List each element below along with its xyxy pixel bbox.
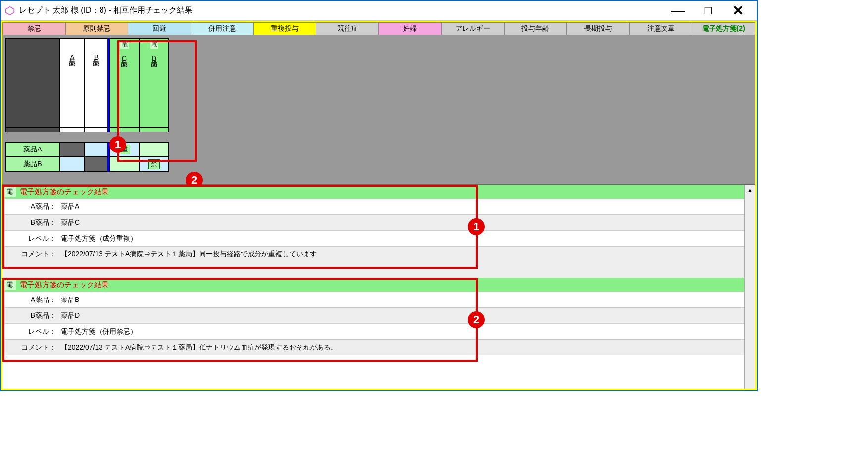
- tab-7[interactable]: アレルギー: [441, 22, 504, 35]
- matrix-cell-ad: [139, 142, 169, 157]
- callout-detail: 1: [468, 218, 485, 235]
- maximize-button[interactable]: ☐: [693, 2, 723, 20]
- result-row: コメント：【2022/07/13 テストA病院⇒テスト１薬局】同一投与経路で成分…: [2, 246, 744, 262]
- row-head-b[interactable]: 薬品B: [5, 157, 60, 172]
- result-row: A薬品：薬品A: [2, 199, 744, 214]
- row-label: コメント：: [6, 343, 61, 352]
- callout-1: 1: [109, 136, 126, 153]
- tabs-bar: 禁忌原則禁忌回避併用注意重複投与既往症妊婦アレルギー投与年齢長期投与注意文章電子…: [2, 22, 755, 35]
- matrix-cell-bc: [109, 157, 139, 172]
- tab-4[interactable]: 重複投与: [253, 22, 316, 35]
- row-label: B薬品：: [6, 311, 61, 320]
- den-tag: 電: [120, 40, 129, 49]
- matrix-cell-aa: [60, 142, 85, 157]
- tab-10[interactable]: 注意文章: [629, 22, 692, 35]
- row-label: コメント：: [6, 250, 61, 259]
- col-head-b-label: 薬品B: [92, 53, 101, 61]
- result-block-1: 電電子処方箋のチェック結果A薬品：薬品BB薬品：薬品Dレベル：電子処方箋（併用禁…: [2, 278, 744, 355]
- row-head-a[interactable]: 薬品A: [5, 142, 60, 157]
- result-title: 電子処方箋のチェック結果: [20, 187, 109, 197]
- matrix-cell-bd[interactable]: 禁: [139, 157, 169, 172]
- window-controls: — ☐ ✕: [664, 2, 753, 20]
- result-row: コメント：【2022/07/13 テストA病院⇒テスト１薬局】低ナトリウム血症が…: [2, 339, 744, 355]
- row-label: A薬品：: [6, 296, 61, 304]
- result-header: 電電子処方箋のチェック結果: [2, 185, 744, 199]
- col-head-c-label: 薬品C: [120, 54, 129, 62]
- tab-0[interactable]: 禁忌: [2, 22, 65, 35]
- col-head-b[interactable]: 薬品B: [85, 38, 109, 127]
- row-value: 薬品D: [61, 311, 80, 320]
- matrix-cell: [139, 127, 169, 132]
- contra-tag: 禁: [148, 159, 160, 169]
- details-list: 電電子処方箋のチェック結果A薬品：薬品AB薬品：薬品Cレベル：電子処方箋（成分重…: [2, 185, 744, 389]
- row-label: B薬品：: [6, 218, 61, 227]
- matrix-corner: [5, 38, 60, 127]
- row-value: 薬品A: [61, 202, 79, 211]
- row-head-b-label: 薬品B: [23, 160, 42, 169]
- matrix-cell: [5, 127, 60, 132]
- row-label: レベル：: [6, 234, 61, 243]
- interaction-matrix: 薬品A 薬品B 電 薬品C 電 薬品D: [5, 38, 169, 172]
- row-head-a-label: 薬品A: [23, 145, 42, 154]
- tab-6[interactable]: 妊婦: [378, 22, 441, 35]
- tab-1[interactable]: 原則禁忌: [65, 22, 128, 35]
- result-row: A薬品：薬品B: [2, 292, 744, 307]
- vertical-scrollbar[interactable]: ▲: [744, 185, 755, 389]
- scroll-up-icon[interactable]: ▲: [747, 187, 753, 194]
- interaction-matrix-area: 薬品A 薬品B 電 薬品C 電 薬品D: [2, 35, 755, 184]
- tab-11[interactable]: 電子処方箋(2): [692, 22, 755, 35]
- matrix-cell: [60, 127, 85, 132]
- svg-marker-0: [6, 6, 14, 15]
- row-label: レベル：: [6, 327, 61, 336]
- close-button[interactable]: ✕: [723, 2, 753, 20]
- result-row: レベル：電子処方箋（成分重複）: [2, 230, 744, 246]
- row-value: 電子処方箋（併用禁忌）: [61, 327, 137, 336]
- window-title: レセプト 太郎 様 (ID：8) - 相互作用チェック結果: [19, 5, 193, 16]
- result-row: レベル：電子処方箋（併用禁忌）: [2, 323, 744, 339]
- den-tag: 電: [150, 40, 158, 49]
- result-header: 電電子処方箋のチェック結果: [2, 278, 744, 292]
- result-block-0: 電電子処方箋のチェック結果A薬品：薬品AB薬品：薬品Cレベル：電子処方箋（成分重…: [2, 185, 744, 262]
- matrix-cell: [109, 127, 139, 132]
- minimize-button[interactable]: —: [664, 2, 693, 20]
- result-title: 電子処方箋のチェック結果: [20, 280, 109, 290]
- app-window: レセプト 太郎 様 (ID：8) - 相互作用チェック結果 — ☐ ✕ 禁忌原則…: [0, 0, 758, 391]
- col-head-c[interactable]: 電 薬品C: [109, 38, 139, 127]
- row-label: A薬品：: [6, 202, 61, 211]
- col-head-d-label: 薬品D: [150, 54, 158, 62]
- result-row: B薬品：薬品C: [2, 214, 744, 230]
- content: 禁忌原則禁忌回避併用注意重複投与既往症妊婦アレルギー投与年齢長期投与注意文章電子…: [1, 21, 757, 390]
- callout-detail: 2: [468, 311, 485, 328]
- result-row: B薬品：薬品D: [2, 307, 744, 323]
- matrix-cell-ba: [60, 157, 85, 172]
- app-icon: [5, 6, 15, 16]
- titlebar: レセプト 太郎 様 (ID：8) - 相互作用チェック結果 — ☐ ✕: [1, 1, 757, 21]
- tab-5[interactable]: 既往症: [316, 22, 379, 35]
- tab-8[interactable]: 投与年齢: [504, 22, 567, 35]
- tab-2[interactable]: 回避: [128, 22, 191, 35]
- matrix-cell-ab: [85, 142, 109, 157]
- col-head-a[interactable]: 薬品A: [60, 38, 85, 127]
- col-head-a-label: 薬品A: [68, 53, 77, 61]
- details-area: 電電子処方箋のチェック結果A薬品：薬品AB薬品：薬品Cレベル：電子処方箋（成分重…: [2, 184, 755, 389]
- row-value: 電子処方箋（成分重複）: [61, 234, 137, 243]
- col-head-d[interactable]: 電 薬品D: [139, 38, 169, 127]
- matrix-cell-bb: [85, 157, 109, 172]
- den-tag: 電: [3, 186, 16, 197]
- row-value: 【2022/07/13 テストA病院⇒テスト１薬局】低ナトリウム血症が発現するお…: [61, 343, 338, 352]
- row-value: 【2022/07/13 テストA病院⇒テスト１薬局】同一投与経路で成分が重複して…: [61, 250, 317, 259]
- tab-9[interactable]: 長期投与: [566, 22, 629, 35]
- spacer: [2, 262, 744, 278]
- row-value: 薬品B: [61, 296, 79, 304]
- tab-3[interactable]: 併用注意: [191, 22, 254, 35]
- matrix-cell: [85, 127, 109, 132]
- den-tag: 電: [3, 279, 16, 290]
- row-value: 薬品C: [61, 218, 80, 227]
